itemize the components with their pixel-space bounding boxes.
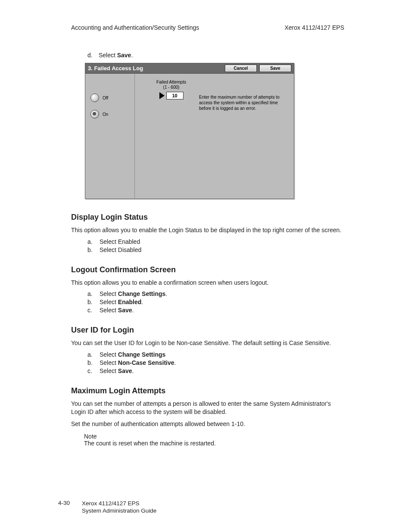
radio-on-label: On bbox=[103, 112, 108, 117]
footer-line1: Xerox 4112/4127 EPS bbox=[82, 500, 156, 507]
heading-display-login-status: Display Login Status bbox=[71, 213, 344, 222]
radio-off-label: Off bbox=[103, 96, 108, 100]
s2-item-a: a.Select Change Settings. bbox=[87, 290, 344, 297]
desc-display-login-status: This option allows you to enable the Log… bbox=[71, 226, 344, 235]
attempts-input[interactable]: 10 bbox=[166, 92, 184, 100]
triangle-icon[interactable] bbox=[159, 92, 165, 99]
s3-item-a: a.Select Change Settings bbox=[87, 351, 344, 358]
radio-group: Off On bbox=[85, 74, 135, 199]
failed-access-log-panel: 3. Failed Access Log Cancel Save Off On bbox=[85, 63, 294, 199]
s2-item-b: b.Select Enabled. bbox=[87, 299, 344, 305]
step-post: . bbox=[131, 52, 133, 59]
help-text: Enter the maximum number of attempts to … bbox=[199, 74, 294, 199]
note-text: The count is reset when the machine is r… bbox=[84, 440, 344, 447]
heading-logout-confirmation: Logout Confirmation Screen bbox=[71, 265, 344, 274]
cancel-button[interactable]: Cancel bbox=[225, 65, 257, 72]
page-header: Accounting and Authentication/Security S… bbox=[71, 24, 344, 31]
radio-on[interactable]: On bbox=[90, 110, 134, 118]
s1-item-a: a.Select Enabled bbox=[87, 238, 344, 245]
step-bold: Save bbox=[117, 52, 131, 59]
radio-off-indicator bbox=[90, 93, 99, 102]
panel-title: 3. Failed Access Log bbox=[88, 65, 143, 72]
note-label: Note bbox=[84, 433, 344, 440]
radio-off[interactable]: Off bbox=[90, 93, 134, 102]
page-number: 4-30 bbox=[58, 500, 70, 515]
step-pre: Select bbox=[99, 52, 117, 59]
heading-max-login-attempts: Maximum Login Attempts bbox=[71, 386, 344, 395]
footer-line2: System Administration Guide bbox=[82, 507, 156, 515]
s1-item-b: b.Select Disabled bbox=[87, 246, 344, 253]
heading-user-id-login: User ID for Login bbox=[71, 326, 344, 335]
panel-titlebar: 3. Failed Access Log Cancel Save bbox=[85, 63, 294, 74]
s2-item-c: c.Select Save. bbox=[87, 307, 344, 314]
s3-item-b: b.Select Non-Case Sensitive. bbox=[87, 359, 344, 366]
header-right: Xerox 4112/4127 EPS bbox=[284, 24, 344, 31]
header-left: Accounting and Authentication/Security S… bbox=[71, 24, 199, 31]
s4-p2: Set the number of authentication attempt… bbox=[71, 420, 344, 429]
s4-p1: You can set the number of attempts a per… bbox=[71, 400, 344, 417]
step-d: d. Select Save. bbox=[87, 52, 344, 59]
page-footer: 4-30 Xerox 4112/4127 EPS System Administ… bbox=[58, 500, 156, 515]
attempts-header: Failed Attempts (1 - 600) bbox=[147, 80, 196, 90]
radio-on-indicator bbox=[90, 110, 99, 118]
s3-item-c: c.Select Save. bbox=[87, 367, 344, 374]
step-letter: d. bbox=[87, 52, 97, 59]
save-button[interactable]: Save bbox=[259, 65, 291, 72]
desc-logout-confirmation: This option allows you to enable a confi… bbox=[71, 279, 344, 287]
desc-user-id-login: You can set the User ID for Login to be … bbox=[71, 339, 344, 348]
